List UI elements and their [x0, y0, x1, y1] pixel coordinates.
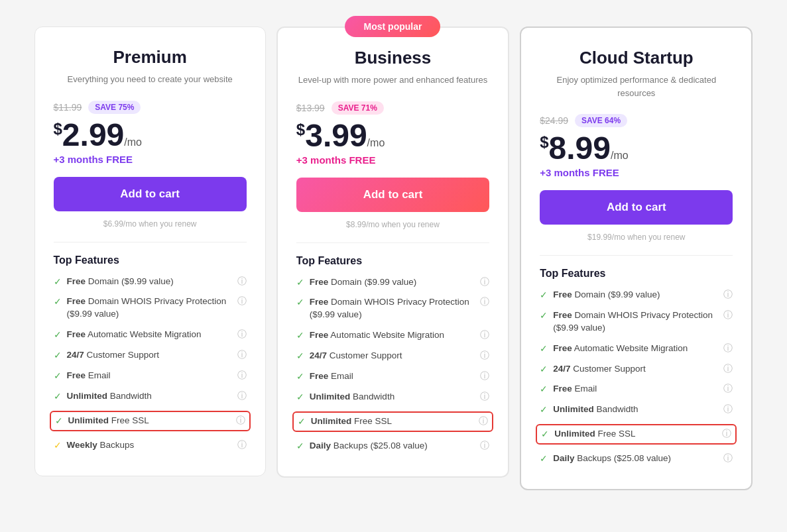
info-icon[interactable]: ⓘ	[480, 350, 489, 362]
feature-text: 24/7 Customer Support	[310, 350, 402, 362]
feature-left: ✓ Free Domain ($9.99 value)	[54, 276, 233, 288]
plan-title-premium: Premium	[54, 47, 247, 68]
feature-left: ✓ Daily Backups ($25.08 value)	[540, 452, 719, 465]
info-icon[interactable]: ⓘ	[723, 363, 733, 375]
divider-premium	[54, 242, 247, 242]
free-months-premium: +3 months FREE	[54, 154, 247, 165]
feature-text: 24/7 Customer Support	[553, 363, 646, 376]
dollar-sign-business: $	[296, 121, 305, 138]
divider-cloud	[540, 255, 733, 256]
dollar-sign-premium: $	[54, 120, 62, 138]
info-icon[interactable]: ⓘ	[237, 295, 247, 307]
main-price-business: $3.99/mo	[296, 120, 489, 152]
renew-price-cloud: $19.99/mo when you renew	[540, 233, 733, 242]
info-icon[interactable]: ⓘ	[479, 415, 488, 427]
feature-left: ✓ Daily Backups ($25.08 value)	[296, 440, 476, 452]
check-icon: ✓	[296, 277, 304, 288]
feature-text: Free Domain ($9.99 value)	[67, 276, 174, 288]
feature-left: ✓ Unlimited Free SSL	[541, 428, 718, 441]
info-icon[interactable]: ⓘ	[723, 309, 733, 321]
info-icon[interactable]: ⓘ	[480, 391, 489, 403]
feature-text: Free Email	[67, 370, 111, 382]
check-icon: ✓	[298, 416, 306, 427]
check-icon: ✓	[54, 391, 62, 401]
feature-item-cloud-4: ✓ Free Email ⓘ	[540, 383, 733, 396]
feature-item-cloud-7: ✓ Daily Backups ($25.08 value) ⓘ	[540, 452, 733, 465]
info-icon[interactable]: ⓘ	[723, 403, 733, 415]
info-icon[interactable]: ⓘ	[723, 289, 733, 301]
info-icon[interactable]: ⓘ	[237, 276, 247, 288]
add-to-cart-premium[interactable]: Add to cart	[54, 177, 247, 211]
feature-text: 24/7 Customer Support	[67, 349, 160, 362]
feature-left: ✓ Free Automatic Website Migration	[54, 329, 233, 341]
feature-text: Daily Backups ($25.08 value)	[310, 440, 428, 452]
check-icon: ✓	[55, 415, 63, 426]
add-to-cart-cloud[interactable]: Add to cart	[540, 190, 733, 225]
plan-card-business: Most popularBusinessLevel-up with more p…	[276, 27, 509, 478]
feature-left: ✓ Free Domain WHOIS Privacy Protection (…	[54, 295, 233, 321]
feature-text: Weekly Backups	[67, 439, 135, 452]
feature-text: Daily Backups ($25.08 value)	[553, 452, 671, 465]
feature-item-premium-3: ✓ 24/7 Customer Support ⓘ	[54, 349, 247, 362]
check-icon: ✓	[540, 364, 548, 374]
per-mo-business: /mo	[367, 137, 385, 148]
check-icon: ✓	[296, 392, 304, 402]
info-icon[interactable]: ⓘ	[237, 390, 247, 402]
feature-item-business-4: ✓ Free Email ⓘ	[296, 370, 489, 383]
feature-text: Free Domain WHOIS Privacy Protection ($9…	[67, 295, 233, 321]
feature-text: Unlimited Free SSL	[68, 415, 149, 427]
feature-left: ✓ Weekly Backups	[54, 439, 233, 452]
check-icon: ✓	[540, 310, 548, 321]
info-icon[interactable]: ⓘ	[237, 349, 247, 361]
main-price-cloud: $8.99/mo	[540, 133, 733, 164]
feature-item-business-3: ✓ 24/7 Customer Support ⓘ	[296, 350, 489, 362]
check-icon: ✓	[540, 453, 548, 464]
info-icon[interactable]: ⓘ	[236, 415, 245, 427]
plan-title-business: Business	[296, 48, 489, 68]
feature-item-premium-2: ✓ Free Automatic Website Migration ⓘ	[54, 329, 247, 341]
feature-item-premium-6: ✓ Unlimited Free SSL ⓘ	[55, 415, 245, 427]
highlight-row-business: ✓ Unlimited Free SSL ⓘ	[292, 411, 493, 432]
feature-left: ✓ 24/7 Customer Support	[54, 349, 233, 362]
info-icon[interactable]: ⓘ	[722, 428, 731, 440]
info-icon[interactable]: ⓘ	[480, 370, 489, 382]
check-icon: ✓	[540, 404, 548, 415]
divider-business	[296, 242, 489, 243]
info-icon[interactable]: ⓘ	[480, 296, 489, 308]
feature-text: Free Domain WHOIS Privacy Protection ($9…	[310, 296, 476, 321]
check-icon: ✓	[540, 343, 548, 354]
feature-text: Unlimited Bandwidth	[67, 390, 152, 403]
info-icon[interactable]: ⓘ	[237, 329, 247, 341]
feature-text: Free Email	[310, 370, 353, 383]
info-icon[interactable]: ⓘ	[723, 452, 733, 464]
add-to-cart-business[interactable]: Add to cart	[296, 178, 489, 212]
feature-left: ✓ Free Automatic Website Migration	[540, 343, 719, 355]
info-icon[interactable]: ⓘ	[237, 439, 247, 451]
info-icon[interactable]: ⓘ	[480, 329, 489, 341]
feature-text: Unlimited Free SSL	[554, 428, 635, 441]
info-icon[interactable]: ⓘ	[480, 276, 489, 288]
feature-left: ✓ Unlimited Free SSL	[298, 415, 475, 428]
plan-card-cloud: Cloud StartupEnjoy optimized performance…	[520, 27, 753, 490]
info-icon[interactable]: ⓘ	[237, 370, 247, 382]
feature-left: ✓ Free Email	[540, 383, 719, 396]
feature-text: Unlimited Bandwidth	[310, 391, 394, 403]
feature-item-business-6: ✓ Unlimited Free SSL ⓘ	[298, 415, 488, 428]
renew-price-business: $8.99/mo when you renew	[296, 220, 489, 229]
info-icon[interactable]: ⓘ	[723, 383, 733, 395]
check-icon: ✓	[541, 429, 549, 439]
check-icon: ✓	[296, 350, 304, 361]
feature-left: ✓ Free Email	[296, 370, 476, 383]
feature-left: ✓ Unlimited Bandwidth	[296, 391, 476, 403]
info-icon[interactable]: ⓘ	[723, 343, 733, 354]
feature-text: Unlimited Free SSL	[311, 415, 392, 428]
check-icon: ✓	[54, 370, 62, 381]
renew-price-premium: $6.99/mo when you renew	[54, 219, 247, 229]
feature-item-cloud-1: ✓ Free Domain WHOIS Privacy Protection (…	[540, 309, 733, 335]
feature-item-cloud-2: ✓ Free Automatic Website Migration ⓘ	[540, 343, 733, 355]
plan-card-premium: PremiumEverything you need to create you…	[34, 27, 266, 476]
info-icon[interactable]: ⓘ	[480, 440, 489, 452]
feature-left: ✓ Free Domain WHOIS Privacy Protection (…	[540, 309, 719, 335]
feature-left: ✓ 24/7 Customer Support	[296, 350, 476, 362]
feature-text: Free Email	[553, 383, 597, 396]
